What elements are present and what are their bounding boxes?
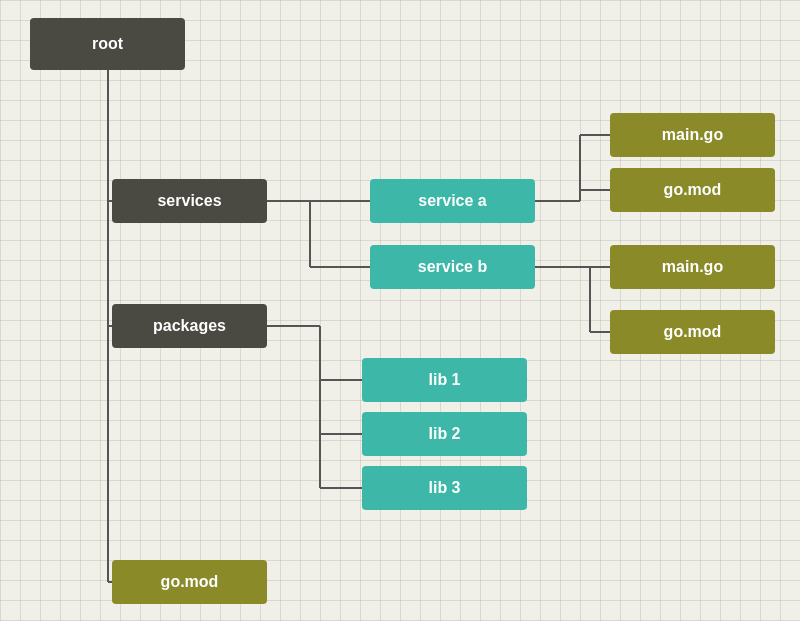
service-a-node: service a [370,179,535,223]
services-node: services [112,179,267,223]
main-go-b-node: main.go [610,245,775,289]
main-go-a-node: main.go [610,113,775,157]
packages-node: packages [112,304,267,348]
gomod-b-node: go.mod [610,310,775,354]
lib2-node: lib 2 [362,412,527,456]
service-b-node: service b [370,245,535,289]
lib1-node: lib 1 [362,358,527,402]
root-node: root [30,18,185,70]
gomod-a-node: go.mod [610,168,775,212]
lib3-node: lib 3 [362,466,527,510]
gomod-root-node: go.mod [112,560,267,604]
